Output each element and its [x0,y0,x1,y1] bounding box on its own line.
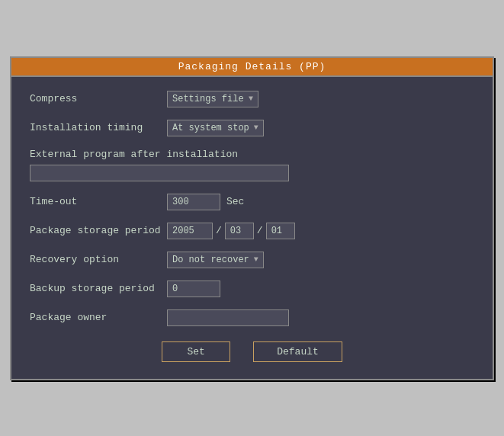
recovery-option-arrow-icon: ▼ [254,255,258,264]
recovery-option-row: Recovery option Do not recover ▼ [30,252,474,268]
installation-timing-dropdown[interactable]: At system stop ▼ [167,120,264,136]
content-area: Compress Settings file ▼ Installation ti… [11,77,493,379]
external-program-section: External program after installation [30,149,474,181]
package-storage-month-input[interactable] [225,223,254,239]
package-storage-period-label: Package storage period [30,225,167,236]
default-button[interactable]: Default [253,341,342,362]
date-sep-2: / [257,225,263,236]
external-program-input[interactable] [30,165,289,181]
compress-dropdown[interactable]: Settings file ▼ [167,91,258,107]
backup-storage-period-input[interactable] [167,281,220,297]
title-bar: Packaging Details (PP) [11,58,493,77]
compress-arrow-icon: ▼ [249,95,253,103]
recovery-option-dropdown[interactable]: Do not recover ▼ [167,252,264,268]
package-owner-input[interactable] [167,309,289,326]
compress-row: Compress Settings file ▼ [30,91,474,107]
installation-timing-value: At system stop [172,123,249,133]
timeout-label: Time-out [30,196,167,207]
set-button[interactable]: Set [162,341,230,362]
button-row: Set Default [30,341,474,365]
window-title: Packaging Details (PP) [178,61,326,72]
compress-value: Settings file [172,94,244,104]
package-storage-period-row: Package storage period / / [30,223,474,239]
backup-storage-period-label: Backup storage period [30,283,167,294]
backup-storage-period-row: Backup storage period [30,281,474,297]
timeout-unit: Sec [226,196,244,207]
package-owner-label: Package owner [30,312,167,323]
package-owner-row: Package owner [30,309,474,326]
installation-timing-row: Installation timing At system stop ▼ [30,120,474,136]
main-window: Packaging Details (PP) Compress Settings… [10,56,494,380]
recovery-option-label: Recovery option [30,254,167,265]
installation-timing-arrow-icon: ▼ [254,123,258,132]
date-row: / / [167,223,295,239]
timeout-row: Time-out Sec [30,194,474,210]
timeout-input[interactable] [167,194,220,210]
external-program-label: External program after installation [30,149,474,160]
package-storage-day-input[interactable] [266,223,295,239]
recovery-option-value: Do not recover [172,255,249,265]
package-storage-year-input[interactable] [167,223,213,239]
installation-timing-label: Installation timing [30,122,167,133]
compress-label: Compress [30,93,167,104]
date-sep-1: / [216,225,222,236]
